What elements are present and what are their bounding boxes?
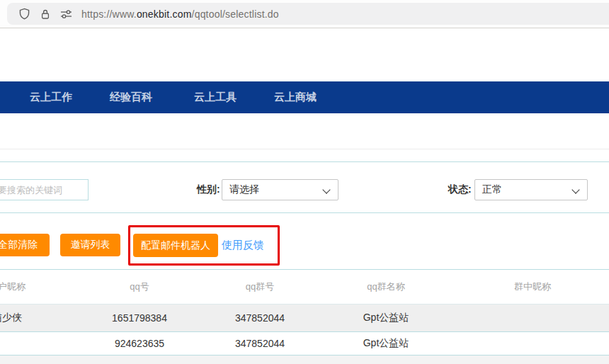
nav-item-cloud-mall[interactable]: 云上商城 — [273, 81, 318, 113]
gender-select[interactable]: 请选择 — [222, 179, 338, 200]
url-text[interactable]: https://www.onekbit.com/qqtool/selectlis… — [81, 8, 279, 20]
qq-table: 用户昵称 qq号 qq群号 qq群名称 群中昵称 猫少侠 1651798384 … — [0, 269, 609, 364]
nav-item-cloud-tools[interactable]: 云上工具 — [193, 81, 238, 113]
header-user-nickname: 用户昵称 — [0, 270, 64, 304]
cell-qq-number: 1651798384 — [83, 305, 196, 331]
url-domain: onekbit.com — [137, 8, 192, 20]
address-bar[interactable]: https://www.onekbit.com/qqtool/selectlis… — [7, 3, 609, 25]
gender-label: 性别: — [197, 179, 220, 200]
nav-item-cloud-work[interactable]: 云上工作 — [28, 81, 74, 113]
status-select[interactable]: 正常 — [474, 179, 588, 200]
table-row-partial[interactable] — [0, 356, 609, 364]
table-row[interactable]: 猫少侠 1651798384 347852044 Gpt公益站 — [0, 305, 609, 332]
table-row[interactable]: 924623635 347852044 Gpt公益站 — [0, 332, 609, 356]
gender-select-value: 请选择 — [229, 183, 259, 196]
cell-user-nickname — [0, 332, 64, 355]
divider-line — [0, 149, 609, 149]
cell-user-nickname: 猫少侠 — [0, 305, 64, 331]
cell-qq-group-number: 347852044 — [203, 332, 317, 355]
cell-qq-group-number: 347852044 — [203, 305, 317, 331]
chevron-down-icon — [322, 186, 330, 193]
chevron-down-icon — [571, 186, 579, 193]
lock-icon[interactable] — [40, 8, 51, 20]
panel-top-border — [0, 161, 609, 162]
clear-all-button[interactable]: 全部清除 — [0, 234, 50, 256]
invite-list-button[interactable]: 邀请列表 — [60, 234, 120, 256]
browser-window: https://www.onekbit.com/qqtool/selectlis… — [0, 0, 609, 364]
feedback-link[interactable]: 使用反馈 — [222, 234, 264, 256]
browser-chrome: https://www.onekbit.com/qqtool/selectlis… — [0, 0, 609, 28]
permissions-icon[interactable] — [60, 9, 72, 19]
configure-mail-bot-button[interactable]: 配置邮件机器人 — [133, 234, 218, 257]
section-divider — [0, 212, 609, 213]
search-input[interactable] — [0, 179, 89, 200]
status-select-value: 正常 — [482, 183, 502, 196]
shield-icon[interactable] — [18, 8, 30, 20]
cell-qq-group-name: Gpt公益站 — [329, 332, 443, 355]
url-prefix: https://www. — [81, 8, 137, 20]
cell-group-nickname — [476, 332, 589, 355]
status-label: 状态: — [448, 179, 472, 200]
cell-qq-group-name: Gpt公益站 — [329, 305, 443, 331]
header-qq-number: qq号 — [83, 270, 196, 304]
cell-qq-number: 924623635 — [83, 332, 196, 355]
header-qq-group-name: qq群名称 — [329, 270, 443, 304]
header-group-nickname: 群中昵称 — [476, 270, 589, 304]
main-nav: 云上工作 经验百科 云上工具 云上商城 — [0, 81, 609, 113]
header-qq-group-number: qq群号 — [203, 270, 317, 304]
url-path: /qqtool/selectlist.do — [192, 8, 279, 20]
nav-item-experience-wiki[interactable]: 经验百科 — [108, 81, 154, 113]
table-header-row: 用户昵称 qq号 qq群号 qq群名称 群中昵称 — [0, 269, 609, 305]
cell-group-nickname — [476, 305, 589, 331]
